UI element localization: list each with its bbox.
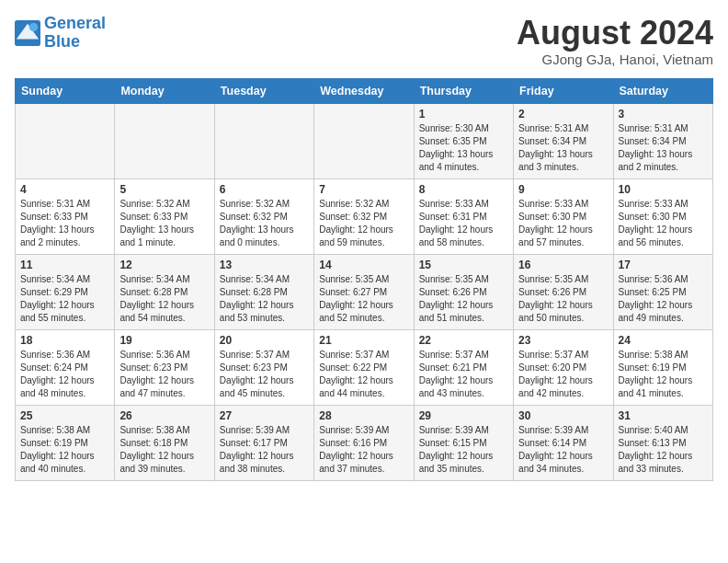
weekday-header-tuesday: Tuesday: [214, 78, 313, 103]
calendar-cell: 10Sunrise: 5:33 AM Sunset: 6:30 PM Dayli…: [613, 178, 712, 254]
day-number: 17: [619, 259, 708, 271]
day-number: 12: [119, 259, 209, 271]
day-number: 6: [220, 183, 309, 196]
day-number: 4: [20, 183, 109, 196]
calendar-cell: 4Sunrise: 5:31 AM Sunset: 6:33 PM Daylig…: [16, 178, 115, 254]
calendar-cell: 29Sunrise: 5:39 AM Sunset: 6:15 PM Dayli…: [414, 405, 513, 480]
calendar-cell: 26Sunrise: 5:38 AM Sunset: 6:18 PM Dayli…: [115, 405, 214, 480]
calendar-week-row: 25Sunrise: 5:38 AM Sunset: 6:19 PM Dayli…: [16, 405, 713, 480]
logo-text: General Blue: [44, 15, 106, 52]
day-info: Sunrise: 5:39 AM Sunset: 6:14 PM Dayligh…: [518, 424, 608, 476]
weekday-header-sunday: Sunday: [16, 78, 115, 103]
day-number: 10: [619, 183, 708, 196]
month-year: August 2024: [517, 15, 713, 52]
day-info: Sunrise: 5:33 AM Sunset: 6:30 PM Dayligh…: [518, 198, 608, 249]
day-number: 3: [619, 108, 708, 121]
page-header: General Blue August 2024 GJong GJa, Hano…: [15, 15, 713, 67]
calendar-cell: 20Sunrise: 5:37 AM Sunset: 6:23 PM Dayli…: [214, 329, 313, 405]
calendar-cell: 15Sunrise: 5:35 AM Sunset: 6:26 PM Dayli…: [414, 254, 513, 329]
calendar-cell: 30Sunrise: 5:39 AM Sunset: 6:14 PM Dayli…: [514, 405, 613, 480]
calendar-header: SundayMondayTuesdayWednesdayThursdayFrid…: [16, 78, 713, 103]
day-info: Sunrise: 5:32 AM Sunset: 6:33 PM Dayligh…: [119, 198, 209, 249]
day-number: 11: [20, 259, 109, 271]
day-info: Sunrise: 5:34 AM Sunset: 6:29 PM Dayligh…: [20, 273, 109, 325]
calendar-cell: 9Sunrise: 5:33 AM Sunset: 6:30 PM Daylig…: [514, 178, 613, 254]
calendar-cell: 1Sunrise: 5:30 AM Sunset: 6:35 PM Daylig…: [414, 103, 513, 178]
day-info: Sunrise: 5:38 AM Sunset: 6:19 PM Dayligh…: [20, 424, 109, 476]
day-info: Sunrise: 5:33 AM Sunset: 6:30 PM Dayligh…: [619, 198, 708, 249]
calendar-cell: 2Sunrise: 5:31 AM Sunset: 6:34 PM Daylig…: [514, 103, 613, 178]
location: GJong GJa, Hanoi, Vietnam: [517, 52, 713, 67]
day-number: 29: [419, 409, 508, 422]
day-info: Sunrise: 5:39 AM Sunset: 6:16 PM Dayligh…: [319, 424, 408, 476]
calendar-cell: 16Sunrise: 5:35 AM Sunset: 6:26 PM Dayli…: [514, 254, 613, 329]
calendar-cell: [115, 103, 214, 178]
day-info: Sunrise: 5:35 AM Sunset: 6:26 PM Dayligh…: [518, 273, 608, 325]
day-number: 1: [419, 108, 508, 121]
calendar-cell: 17Sunrise: 5:36 AM Sunset: 6:25 PM Dayli…: [613, 254, 712, 329]
calendar-cell: 25Sunrise: 5:38 AM Sunset: 6:19 PM Dayli…: [16, 405, 115, 480]
day-info: Sunrise: 5:37 AM Sunset: 6:20 PM Dayligh…: [518, 349, 608, 400]
day-number: 18: [20, 334, 109, 347]
day-number: 14: [319, 259, 408, 271]
day-info: Sunrise: 5:38 AM Sunset: 6:19 PM Dayligh…: [619, 349, 708, 400]
calendar-cell: 31Sunrise: 5:40 AM Sunset: 6:13 PM Dayli…: [613, 405, 712, 480]
weekday-header-thursday: Thursday: [414, 78, 513, 103]
calendar-cell: 14Sunrise: 5:35 AM Sunset: 6:27 PM Dayli…: [314, 254, 414, 329]
day-info: Sunrise: 5:37 AM Sunset: 6:21 PM Dayligh…: [419, 349, 508, 400]
day-info: Sunrise: 5:36 AM Sunset: 6:24 PM Dayligh…: [20, 349, 109, 400]
calendar-cell: 27Sunrise: 5:39 AM Sunset: 6:17 PM Dayli…: [214, 405, 313, 480]
logo-line2: Blue: [44, 32, 80, 51]
day-info: Sunrise: 5:32 AM Sunset: 6:32 PM Dayligh…: [220, 198, 309, 249]
calendar-cell: [314, 103, 414, 178]
day-info: Sunrise: 5:31 AM Sunset: 6:33 PM Dayligh…: [20, 198, 109, 249]
calendar-week-row: 11Sunrise: 5:34 AM Sunset: 6:29 PM Dayli…: [16, 254, 713, 329]
day-info: Sunrise: 5:33 AM Sunset: 6:31 PM Dayligh…: [419, 198, 508, 249]
calendar-table: SundayMondayTuesdayWednesdayThursdayFrid…: [15, 78, 713, 481]
day-number: 24: [619, 334, 708, 347]
day-number: 22: [419, 334, 508, 347]
day-number: 21: [319, 334, 408, 347]
day-info: Sunrise: 5:31 AM Sunset: 6:34 PM Dayligh…: [518, 122, 608, 174]
day-info: Sunrise: 5:32 AM Sunset: 6:32 PM Dayligh…: [319, 198, 408, 249]
svg-point-2: [29, 23, 38, 31]
day-info: Sunrise: 5:35 AM Sunset: 6:27 PM Dayligh…: [319, 273, 408, 325]
calendar-cell: [214, 103, 313, 178]
day-info: Sunrise: 5:37 AM Sunset: 6:22 PM Dayligh…: [319, 349, 408, 400]
day-info: Sunrise: 5:36 AM Sunset: 6:25 PM Dayligh…: [619, 273, 708, 325]
day-number: 7: [319, 183, 408, 196]
calendar-cell: 6Sunrise: 5:32 AM Sunset: 6:32 PM Daylig…: [214, 178, 313, 254]
day-info: Sunrise: 5:34 AM Sunset: 6:28 PM Dayligh…: [119, 273, 209, 325]
weekday-header-monday: Monday: [115, 78, 214, 103]
day-number: 19: [119, 334, 209, 347]
day-info: Sunrise: 5:38 AM Sunset: 6:18 PM Dayligh…: [119, 424, 209, 476]
day-info: Sunrise: 5:39 AM Sunset: 6:15 PM Dayligh…: [419, 424, 508, 476]
day-number: 13: [220, 259, 309, 271]
weekday-row: SundayMondayTuesdayWednesdayThursdayFrid…: [16, 78, 713, 103]
calendar-cell: 19Sunrise: 5:36 AM Sunset: 6:23 PM Dayli…: [115, 329, 214, 405]
calendar-cell: 12Sunrise: 5:34 AM Sunset: 6:28 PM Dayli…: [115, 254, 214, 329]
day-number: 25: [20, 409, 109, 422]
calendar-cell: 3Sunrise: 5:31 AM Sunset: 6:34 PM Daylig…: [613, 103, 712, 178]
day-number: 28: [319, 409, 408, 422]
day-number: 16: [518, 259, 608, 271]
day-info: Sunrise: 5:37 AM Sunset: 6:23 PM Dayligh…: [220, 349, 309, 400]
calendar-cell: 24Sunrise: 5:38 AM Sunset: 6:19 PM Dayli…: [613, 329, 712, 405]
day-info: Sunrise: 5:39 AM Sunset: 6:17 PM Dayligh…: [220, 424, 309, 476]
day-info: Sunrise: 5:36 AM Sunset: 6:23 PM Dayligh…: [119, 349, 209, 400]
day-number: 26: [119, 409, 209, 422]
day-info: Sunrise: 5:31 AM Sunset: 6:34 PM Dayligh…: [619, 122, 708, 174]
day-number: 20: [220, 334, 309, 347]
day-number: 2: [518, 108, 608, 121]
day-number: 5: [119, 183, 209, 196]
day-number: 8: [419, 183, 508, 196]
weekday-header-friday: Friday: [514, 78, 613, 103]
day-info: Sunrise: 5:30 AM Sunset: 6:35 PM Dayligh…: [419, 122, 508, 174]
day-info: Sunrise: 5:40 AM Sunset: 6:13 PM Dayligh…: [619, 424, 708, 476]
calendar-cell: 8Sunrise: 5:33 AM Sunset: 6:31 PM Daylig…: [414, 178, 513, 254]
calendar-body: 1Sunrise: 5:30 AM Sunset: 6:35 PM Daylig…: [16, 103, 713, 480]
weekday-header-wednesday: Wednesday: [314, 78, 414, 103]
calendar-week-row: 4Sunrise: 5:31 AM Sunset: 6:33 PM Daylig…: [16, 178, 713, 254]
day-number: 27: [220, 409, 309, 422]
calendar-cell: [16, 103, 115, 178]
